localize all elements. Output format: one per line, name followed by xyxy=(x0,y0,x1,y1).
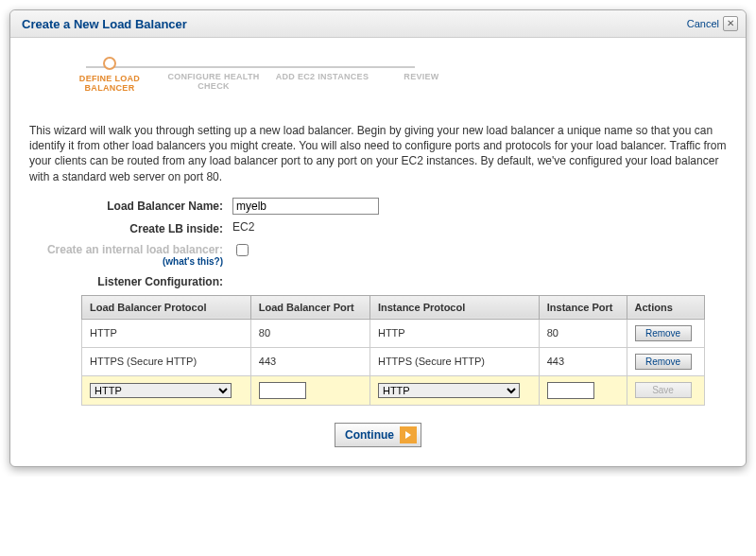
listener-table: Load Balancer Protocol Load Balancer Por… xyxy=(81,295,705,406)
label-lb-name: Load Balancer Name: xyxy=(29,198,232,213)
continue-row: Continue xyxy=(29,423,727,447)
step-label: DEFINE LOAD BALANCER xyxy=(58,74,162,93)
dialog-body: DEFINE LOAD BALANCER CONFIGURE HEALTH CH… xyxy=(10,38,746,466)
step-add-ec2-instances: ADD EC2 INSTANCES xyxy=(270,72,374,81)
table-row: HTTPS (Secure HTTP) 443 HTTPS (Secure HT… xyxy=(82,347,705,375)
create-load-balancer-dialog: Create a New Load Balancer Cancel ✕ DEFI… xyxy=(9,9,747,467)
step-active-dot-icon xyxy=(103,57,116,70)
table-row: HTTP 80 HTTP 80 Remove xyxy=(82,319,705,347)
step-label: CONFIGURE HEALTH CHECK xyxy=(162,72,266,91)
row-internal-lb: Create an internal load balancer: (what'… xyxy=(29,241,727,268)
remove-button[interactable]: Remove xyxy=(635,325,692,341)
inst-port-input[interactable] xyxy=(547,382,594,399)
table-header-row: Load Balancer Protocol Load Balancer Por… xyxy=(82,295,705,319)
lb-protocol-select[interactable]: HTTP xyxy=(90,383,232,398)
label-internal-lb-text: Create an internal load balancer: xyxy=(47,243,223,256)
continue-button[interactable]: Continue xyxy=(335,423,421,447)
cell-lb-port: 443 xyxy=(250,347,369,375)
continue-label: Continue xyxy=(345,428,394,442)
row-lb-name: Load Balancer Name: xyxy=(29,198,727,215)
internal-lb-checkbox[interactable] xyxy=(236,244,249,256)
cell-inst-port: 443 xyxy=(539,347,627,375)
arrow-right-icon xyxy=(400,426,417,443)
col-inst-port: Instance Port xyxy=(539,295,627,319)
step-review: REVIEW xyxy=(369,72,473,81)
col-lb-port: Load Balancer Port xyxy=(250,295,369,319)
col-inst-protocol: Instance Protocol xyxy=(369,295,539,319)
cell-inst-protocol: HTTPS (Secure HTTP) xyxy=(369,347,539,375)
row-listener-config: Listener Configuration: xyxy=(29,273,727,288)
label-internal-lb: Create an internal load balancer: (what'… xyxy=(29,241,232,268)
step-configure-health-check: CONFIGURE HEALTH CHECK xyxy=(162,72,266,91)
save-button[interactable]: Save xyxy=(635,382,692,398)
step-define-load-balancer: DEFINE LOAD BALANCER xyxy=(58,55,162,93)
label-create-inside: Create LB inside: xyxy=(29,220,232,235)
cell-lb-port: 80 xyxy=(250,319,369,347)
wizard-stepper: DEFINE LOAD BALANCER CONFIGURE HEALTH CH… xyxy=(29,55,727,112)
cancel-link[interactable]: Cancel xyxy=(687,18,719,29)
step-label: ADD EC2 INSTANCES xyxy=(270,72,374,81)
cell-lb-protocol: HTTPS (Secure HTTP) xyxy=(82,347,251,375)
step-label: REVIEW xyxy=(369,72,473,81)
cell-lb-protocol: HTTP xyxy=(82,319,251,347)
wizard-description: This wizard will walk you through settin… xyxy=(29,123,727,184)
lb-port-input[interactable] xyxy=(259,382,306,399)
row-create-inside: Create LB inside: EC2 xyxy=(29,220,727,235)
lb-name-input[interactable] xyxy=(232,198,379,215)
close-icon[interactable]: ✕ xyxy=(723,16,738,31)
table-add-row: HTTP HTTP Save xyxy=(82,375,705,405)
value-create-inside: EC2 xyxy=(232,220,254,234)
remove-button[interactable]: Remove xyxy=(635,354,692,370)
col-lb-protocol: Load Balancer Protocol xyxy=(82,295,251,319)
dialog-title: Create a New Load Balancer xyxy=(22,17,687,31)
dialog-header: Create a New Load Balancer Cancel ✕ xyxy=(10,10,746,38)
cell-inst-port: 80 xyxy=(539,319,627,347)
cell-inst-protocol: HTTP xyxy=(369,319,539,347)
inst-protocol-select[interactable]: HTTP xyxy=(378,383,520,398)
whats-this-link[interactable]: (what's this?) xyxy=(29,256,223,268)
label-listener-config: Listener Configuration: xyxy=(29,273,232,288)
col-actions: Actions xyxy=(627,295,704,319)
